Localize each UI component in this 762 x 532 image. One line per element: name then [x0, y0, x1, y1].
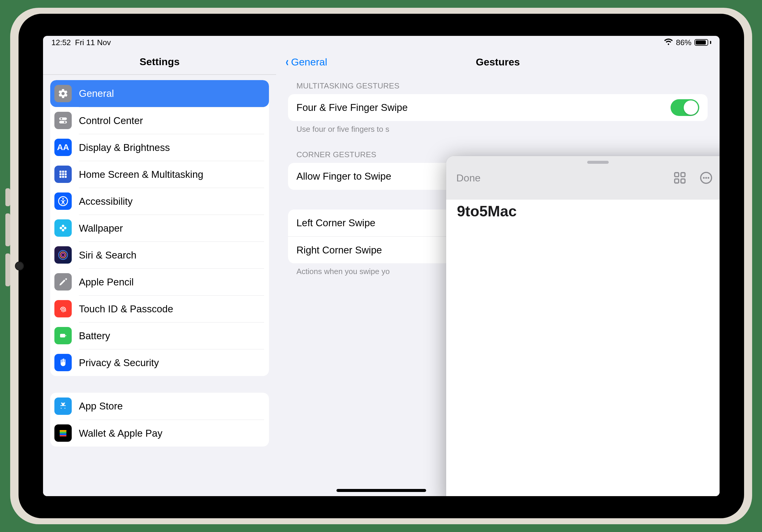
sidebar-item-label: Home Screen & Multitasking — [79, 169, 203, 180]
section-footnote: Use four or five fingers to s — [288, 121, 708, 134]
front-camera — [15, 262, 24, 270]
siri-icon — [54, 246, 72, 264]
wifi-icon — [664, 38, 673, 47]
back-button-label: General — [291, 56, 327, 68]
svg-rect-4 — [59, 171, 61, 173]
svg-rect-32 — [681, 179, 685, 183]
app-store-icon — [54, 398, 72, 415]
svg-rect-11 — [62, 176, 64, 178]
sidebar-item-label: Wallet & Apple Pay — [79, 428, 162, 439]
quick-note-body[interactable]: 9to5Mac — [446, 200, 720, 223]
sidebar-item-apple-pencil[interactable]: Apple Pencil — [50, 268, 269, 295]
hardware-mute-switch — [5, 188, 10, 206]
sidebar-item-control-center[interactable]: Control Center — [50, 107, 269, 134]
drag-grabber[interactable] — [587, 161, 609, 164]
battery-percentage-label: 86% — [676, 38, 692, 47]
svg-point-1 — [61, 118, 62, 120]
sidebar-item-touch-id[interactable]: Touch ID & Passcode — [50, 295, 269, 322]
row-label: Left Corner Swipe — [296, 217, 375, 229]
hardware-volume-up — [5, 213, 10, 246]
gallery-grid-icon[interactable] — [673, 171, 687, 185]
sidebar-item-label: Display & Brightness — [79, 142, 170, 153]
svg-rect-25 — [60, 430, 67, 432]
svg-rect-10 — [59, 176, 61, 178]
quick-note-toolbar: Done — [446, 156, 720, 200]
svg-rect-7 — [59, 173, 61, 176]
hardware-volume-down — [5, 254, 10, 286]
row-four-five-finger-swipe[interactable]: Four & Five Finger Swipe — [288, 94, 708, 121]
svg-point-34 — [703, 177, 705, 179]
svg-point-14 — [62, 198, 64, 200]
toggles-icon — [54, 112, 72, 129]
svg-point-15 — [62, 225, 64, 227]
svg-rect-24 — [65, 335, 66, 336]
sidebar-item-app-store[interactable]: App Store — [50, 393, 269, 419]
row-label: Allow Finger to Swipe — [296, 171, 391, 182]
app-grid-icon — [54, 166, 72, 183]
battery-icon — [54, 327, 72, 344]
home-indicator[interactable] — [337, 489, 426, 492]
sidebar-item-general[interactable]: General — [50, 80, 269, 107]
svg-point-18 — [62, 229, 64, 232]
sidebar-item-accessibility[interactable]: Accessibility — [50, 188, 269, 215]
svg-rect-5 — [62, 171, 64, 173]
note-title[interactable]: 9to5Mac — [457, 203, 720, 220]
chevron-left-icon: ‹ — [286, 58, 289, 65]
sidebar-item-label: Accessibility — [79, 196, 133, 207]
svg-rect-26 — [60, 432, 67, 434]
sidebar-item-wallet[interactable]: Wallet & Apple Pay — [50, 419, 269, 446]
flower-icon — [54, 219, 72, 237]
sidebar-item-battery[interactable]: Battery — [50, 322, 269, 349]
pencil-icon — [54, 273, 72, 290]
fingerprint-icon — [54, 300, 72, 317]
hand-icon — [54, 354, 72, 371]
quick-note-panel[interactable]: Done 9to5Mac — [446, 156, 720, 496]
svg-rect-6 — [64, 171, 67, 173]
svg-rect-9 — [64, 173, 67, 176]
gear-icon — [54, 85, 72, 102]
sidebar-item-label: Apple Pencil — [79, 276, 133, 288]
sidebar-item-home-screen[interactable]: Home Screen & Multitasking — [50, 161, 269, 188]
svg-point-19 — [62, 227, 64, 229]
status-bar: 12:52 Fri 11 Nov 86% — [43, 36, 720, 49]
ellipsis-circle-icon[interactable] — [699, 171, 713, 185]
sidebar-item-display-brightness[interactable]: AA Display & Brightness — [50, 134, 269, 161]
svg-rect-8 — [62, 173, 64, 176]
svg-rect-31 — [675, 179, 679, 183]
sidebar-title: Settings — [43, 49, 276, 75]
status-date: Fri 11 Nov — [75, 38, 111, 47]
status-time: 12:52 — [51, 38, 71, 47]
sidebar-item-label: Touch ID & Passcode — [79, 303, 173, 315]
settings-sidebar: General Control Center AA Display & Brig… — [43, 75, 276, 496]
sidebar-item-label: App Store — [79, 401, 123, 412]
svg-point-36 — [708, 177, 710, 179]
row-label: Right Corner Swipe — [296, 245, 382, 256]
page-title: Gestures — [476, 56, 520, 68]
done-button[interactable]: Done — [456, 172, 481, 184]
svg-point-35 — [705, 177, 707, 179]
svg-point-21 — [60, 252, 66, 258]
svg-rect-27 — [60, 433, 67, 435]
sidebar-item-privacy[interactable]: Privacy & Security — [50, 349, 269, 376]
svg-rect-29 — [675, 173, 679, 177]
battery-icon — [695, 39, 711, 46]
accessibility-icon — [54, 192, 72, 210]
svg-rect-0 — [59, 117, 67, 120]
toggle-switch[interactable] — [670, 99, 699, 116]
sidebar-item-label: General — [79, 88, 114, 99]
sidebar-item-siri-search[interactable]: Siri & Search — [50, 242, 269, 268]
svg-rect-23 — [60, 334, 65, 338]
wallet-icon — [54, 424, 72, 442]
svg-rect-28 — [60, 435, 67, 436]
section-header-multitasking: MULTITASKING GESTURES — [288, 81, 708, 94]
back-button[interactable]: ‹ General — [285, 56, 327, 68]
sidebar-item-label: Battery — [79, 330, 110, 342]
svg-point-17 — [64, 227, 67, 230]
svg-rect-30 — [681, 173, 685, 177]
sidebar-item-label: Siri & Search — [79, 250, 136, 261]
text-size-icon: AA — [54, 139, 72, 156]
sidebar-item-wallpaper[interactable]: Wallpaper — [50, 215, 269, 242]
svg-point-3 — [64, 121, 66, 123]
svg-point-22 — [61, 253, 64, 257]
svg-rect-2 — [59, 121, 67, 123]
